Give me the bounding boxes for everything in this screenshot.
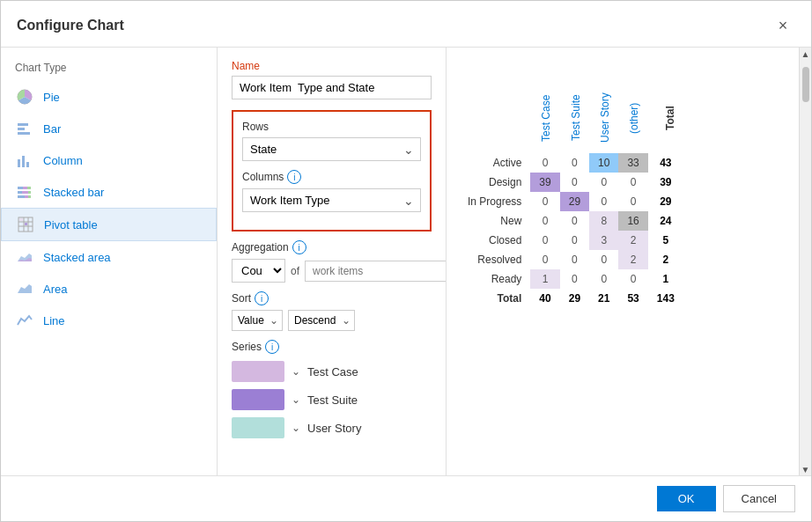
sort-value-wrapper: Value Label — [232, 310, 283, 331]
scroll-up-arrow[interactable]: ▲ — [800, 48, 812, 60]
svg-rect-8 — [23, 187, 27, 189]
cell-3-3: 16 — [618, 211, 647, 231]
column-icon — [15, 151, 34, 170]
chart-item-stacked-area[interactable]: Stacked area — [1, 241, 217, 273]
svg-rect-7 — [18, 187, 23, 189]
rows-select[interactable]: State Work Item Type — [242, 137, 421, 161]
chart-item-area[interactable]: Area — [1, 273, 217, 305]
cell-5-1: 0 — [560, 250, 589, 269]
table-row: Active 0 0 10 33 43 — [459, 153, 683, 173]
rows-label: Rows — [242, 121, 421, 133]
cell-0-1: 0 — [560, 153, 589, 173]
row-label-resolved: Resolved — [459, 250, 530, 269]
pivot-table: Test Case Test Suite User Story (other) … — [459, 83, 683, 308]
cancel-button[interactable]: Cancel — [723, 485, 795, 512]
cell-0-3: 33 — [618, 153, 647, 173]
svg-marker-25 — [18, 284, 32, 293]
dialog-header: Configure Chart × — [1, 1, 811, 48]
cell-5-total: 2 — [648, 250, 683, 269]
config-panel: Name Rows State Work Item Type Columns i — [218, 48, 447, 475]
series-chevron-0[interactable]: ⌄ — [292, 365, 300, 378]
sort-label: Sort — [232, 292, 251, 305]
pivot-icon — [16, 215, 35, 234]
chart-item-stacked-bar[interactable]: Stacked bar — [1, 176, 217, 208]
bar-icon — [15, 119, 34, 138]
col-header-2: User Story — [589, 83, 618, 153]
ok-button[interactable]: OK — [657, 486, 716, 511]
aggregation-info-icon[interactable]: i — [292, 240, 306, 254]
chart-item-pie[interactable]: Pie — [1, 81, 217, 113]
line-icon — [15, 311, 34, 330]
columns-select[interactable]: Work Item Type State — [242, 188, 421, 212]
series-chevron-2[interactable]: ⌄ — [292, 422, 300, 434]
chart-item-column[interactable]: Column — [1, 144, 217, 176]
stacked-bar-icon — [15, 182, 34, 202]
cell-0-2: 10 — [589, 153, 618, 173]
sort-direction-select[interactable]: Descend Ascend — [288, 310, 355, 331]
cell-2-0: 0 — [530, 192, 559, 211]
total-grand: 143 — [648, 289, 683, 308]
sort-info-icon[interactable]: i — [255, 291, 269, 305]
sort-value-select[interactable]: Value Label — [232, 310, 283, 331]
chart-item-pie-label: Pie — [43, 91, 60, 104]
pie-icon — [15, 87, 34, 107]
series-item-2: ⌄ User Story — [232, 417, 432, 438]
scroll-thumb[interactable] — [802, 67, 809, 102]
col-header-0: Test Case — [530, 83, 559, 153]
table-row: Resolved 0 0 0 2 2 — [459, 250, 683, 269]
svg-rect-15 — [28, 195, 31, 198]
columns-header: Columns i — [242, 170, 421, 184]
row-label-active: Active — [459, 153, 530, 173]
chart-item-column-label: Column — [43, 154, 83, 167]
series-color-1[interactable] — [232, 389, 284, 410]
col-header-1: Test Suite — [560, 83, 589, 153]
total-2: 21 — [589, 289, 618, 308]
series-color-0[interactable] — [232, 361, 284, 382]
aggregation-label: Aggregation — [232, 241, 289, 254]
svg-rect-14 — [25, 195, 28, 198]
svg-rect-10 — [18, 191, 22, 194]
cell-3-0: 0 — [530, 211, 559, 231]
name-label: Name — [232, 60, 432, 72]
series-info-icon[interactable]: i — [265, 340, 279, 354]
of-text: of — [291, 265, 299, 277]
dialog-body: Chart Type Pie Bar Column — [1, 48, 811, 475]
chart-item-bar[interactable]: Bar — [1, 113, 217, 144]
total-3: 53 — [618, 289, 647, 308]
svg-rect-3 — [18, 132, 30, 135]
svg-rect-9 — [27, 187, 31, 189]
col-header-3: (other) — [618, 83, 647, 153]
cell-4-3: 2 — [618, 231, 647, 250]
chart-item-pivot-label: Pivot table — [44, 218, 98, 232]
svg-rect-12 — [28, 191, 31, 194]
scrollbar[interactable]: ▲ ▼ — [799, 48, 811, 475]
series-name-1: Test Suite — [307, 393, 358, 407]
aggregation-select[interactable]: Cou Sum Avg — [232, 259, 285, 283]
chart-item-line-label: Line — [43, 314, 65, 327]
cell-5-0: 0 — [530, 250, 559, 269]
chart-item-pivot-table[interactable]: Pivot table — [1, 208, 217, 241]
cell-6-total: 1 — [648, 269, 683, 289]
cell-6-3: 0 — [618, 269, 647, 289]
series-color-2[interactable] — [232, 417, 284, 438]
chart-type-section-label: Chart Type — [1, 58, 217, 81]
work-items-input[interactable] — [305, 261, 447, 282]
series-label: Series — [232, 341, 262, 353]
cell-0-total: 43 — [648, 153, 683, 173]
cell-4-2: 3 — [589, 231, 618, 250]
series-chevron-1[interactable]: ⌄ — [292, 393, 300, 406]
chart-item-bar-label: Bar — [43, 122, 61, 136]
chart-name-input[interactable] — [232, 76, 432, 99]
row-label-design: Design — [459, 173, 530, 192]
scroll-down-arrow[interactable]: ▼ — [800, 463, 812, 475]
aggregation-header: Aggregation i — [232, 240, 432, 254]
series-item-1: ⌄ Test Suite — [232, 389, 432, 410]
columns-info-icon[interactable]: i — [287, 170, 301, 184]
table-row: New 0 0 8 16 24 — [459, 211, 683, 231]
stacked-area-icon — [15, 247, 34, 267]
row-col-empty — [459, 83, 530, 153]
cell-6-2: 0 — [589, 269, 618, 289]
close-button[interactable]: × — [771, 13, 795, 38]
chart-item-line[interactable]: Line — [1, 305, 217, 336]
svg-rect-11 — [22, 191, 28, 194]
